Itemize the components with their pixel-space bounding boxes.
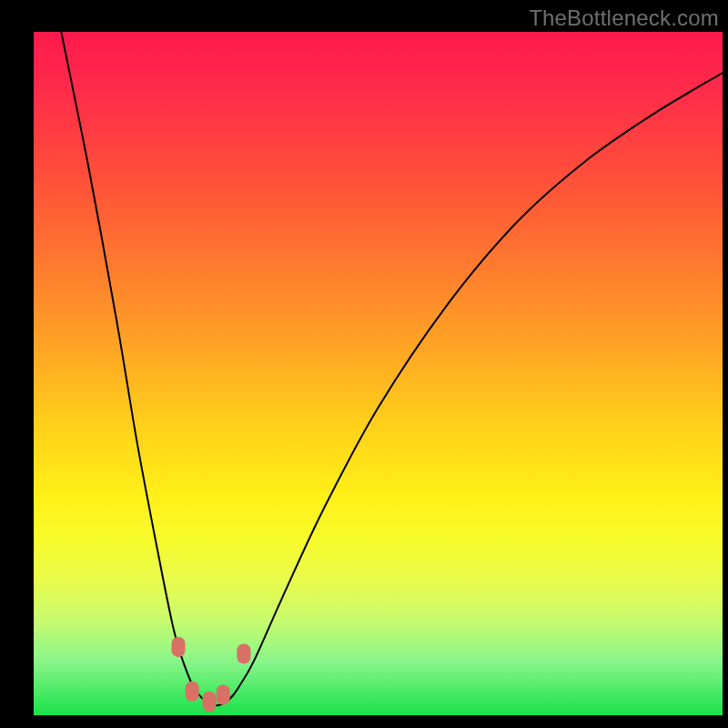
bottleneck-curve-path: [61, 32, 723, 705]
bottleneck-marker-group: [172, 637, 251, 712]
bottleneck-marker: [203, 692, 217, 712]
plot-area: [34, 32, 723, 715]
bottleneck-curve-svg: [34, 32, 723, 715]
watermark-label: TheBottleneck.com: [529, 5, 719, 31]
bottleneck-marker: [186, 682, 199, 702]
bottleneck-marker: [217, 685, 230, 705]
bottleneck-marker: [172, 637, 186, 657]
bottleneck-marker: [237, 643, 250, 663]
